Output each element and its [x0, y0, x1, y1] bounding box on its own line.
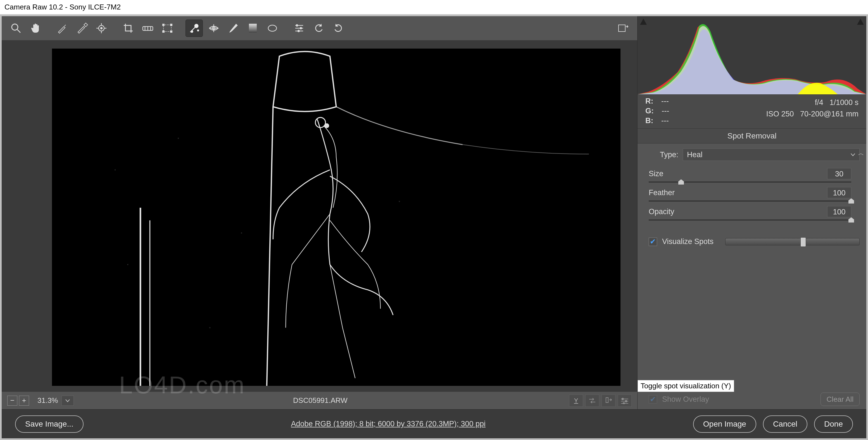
done-button[interactable]: Done [814, 415, 853, 433]
svg-rect-17 [163, 25, 171, 32]
svg-rect-21 [170, 31, 172, 32]
toggle-fullscreen-button[interactable] [614, 20, 632, 37]
slider-label: Opacity [649, 207, 674, 216]
zoom-value: 31.3% [37, 396, 58, 405]
slider-opacity: Opacity 100 [649, 206, 851, 221]
slider-feather: Feather 100 [649, 187, 851, 202]
type-dropdown[interactable]: Heal [683, 148, 860, 161]
copy-settings[interactable] [601, 395, 615, 407]
radial-filter-tool[interactable] [264, 20, 281, 37]
window-title: Camera Raw 10.2 - Sony ILCE-7M2 [4, 3, 121, 11]
readout: R:--- G:--- B:--- f/4 1/1000 s ISO 250 7… [638, 94, 866, 129]
slider-size: Size 30 [649, 168, 851, 182]
svg-point-24 [197, 30, 198, 31]
transform-tool[interactable] [159, 20, 176, 37]
svg-point-23 [191, 31, 193, 32]
slider-value-input[interactable]: 30 [827, 168, 851, 179]
app-frame: LO4D.com [0, 14, 868, 440]
lens-info: 70-200@161 mm [800, 110, 859, 118]
zoom-dropdown[interactable] [61, 396, 74, 406]
svg-point-2 [84, 24, 87, 26]
red-eye-tool[interactable] [205, 20, 222, 37]
hand-tool[interactable] [27, 20, 44, 37]
zoom-in-button[interactable]: + [19, 396, 29, 406]
rotate-cw-tool[interactable] [330, 20, 347, 37]
svg-point-35 [298, 30, 300, 32]
svg-point-48 [622, 398, 624, 400]
clear-all-button[interactable]: Clear All [820, 393, 860, 406]
svg-point-22 [195, 24, 198, 28]
save-image-button[interactable]: Save Image... [15, 415, 84, 433]
svg-point-39 [325, 124, 329, 128]
panel-collapse-icon[interactable]: ︿ [858, 149, 864, 158]
svg-point-34 [300, 27, 302, 29]
left-column: − + 31.3% DSC05991.ARW Y [2, 16, 637, 409]
shadow-clip-icon[interactable] [639, 17, 648, 27]
svg-point-0 [12, 24, 18, 30]
aperture: f/4 [815, 98, 823, 107]
svg-point-52 [623, 403, 625, 404]
svg-point-43 [209, 327, 211, 328]
visualize-spots-checkbox[interactable]: ✔ [649, 238, 657, 246]
slider-track[interactable] [649, 181, 851, 182]
slider-track[interactable] [649, 200, 851, 202]
svg-rect-36 [619, 25, 625, 32]
image-preview [52, 48, 620, 386]
svg-line-1 [17, 30, 21, 33]
graduated-filter-tool[interactable] [244, 20, 261, 37]
spot-removal-panel: ︿ Type: Heal Size 30 Feather 100 [638, 143, 866, 409]
b-label: B: [645, 116, 653, 125]
visualize-spots-label: Visualize Spots [662, 237, 714, 246]
targeted-adjustment-tool[interactable] [93, 20, 110, 37]
svg-point-8 [100, 27, 102, 29]
highlight-clip-icon[interactable] [856, 17, 865, 27]
type-label: Type: [660, 150, 678, 159]
preferences-tool[interactable] [290, 20, 308, 37]
image-canvas[interactable] [52, 48, 620, 386]
shutter-speed: 1/1000 s [830, 98, 859, 107]
r-label: R: [645, 97, 653, 105]
panel-title: Spot Removal [638, 129, 866, 143]
visualize-spots-slider[interactable] [725, 238, 860, 245]
swap-before-after[interactable] [585, 395, 599, 407]
b-value: --- [661, 116, 669, 125]
slider-value-input[interactable]: 100 [827, 187, 851, 198]
slider-value-input[interactable]: 100 [827, 206, 851, 217]
svg-point-33 [296, 25, 298, 26]
histogram[interactable] [638, 16, 866, 94]
svg-rect-28 [249, 24, 257, 33]
titlebar: Camera Raw 10.2 - Sony ILCE-7M2 [0, 0, 868, 14]
cancel-button[interactable]: Cancel [763, 415, 807, 433]
preferences-icon[interactable] [618, 395, 632, 407]
zoom-out-button[interactable]: − [7, 396, 17, 406]
g-label: G: [645, 107, 654, 115]
zoom-tool[interactable] [7, 20, 25, 37]
svg-rect-19 [170, 24, 172, 26]
slider-label: Feather [649, 189, 675, 197]
svg-point-45 [399, 201, 400, 202]
canvas-wrap [2, 40, 637, 392]
svg-rect-20 [163, 31, 164, 32]
rotate-ccw-tool[interactable] [310, 20, 328, 37]
white-balance-tool[interactable] [54, 20, 71, 37]
show-overlay-checkbox[interactable]: ✔ [649, 395, 657, 403]
straighten-tool[interactable] [139, 20, 156, 37]
r-value: --- [661, 97, 669, 105]
iso: ISO 250 [766, 110, 794, 118]
crop-tool[interactable] [120, 20, 137, 37]
open-image-button[interactable]: Open Image [693, 415, 756, 433]
svg-rect-18 [163, 24, 164, 26]
svg-point-29 [268, 25, 277, 31]
color-sampler-tool[interactable] [73, 20, 91, 37]
image-spec-link[interactable]: Adobe RGB (1998); 8 bit; 6000 by 3376 (2… [90, 419, 686, 428]
adjustment-brush-tool[interactable] [225, 20, 242, 37]
svg-rect-46 [606, 398, 608, 403]
filename: DSC05991.ARW [74, 396, 567, 405]
slider-label: Size [649, 169, 663, 178]
spot-removal-tool[interactable] [186, 20, 203, 37]
svg-point-44 [241, 232, 242, 234]
svg-point-40 [115, 169, 116, 171]
compare-toggle[interactable]: Y [569, 395, 583, 407]
slider-track[interactable] [649, 219, 851, 221]
toolbar [2, 16, 637, 40]
